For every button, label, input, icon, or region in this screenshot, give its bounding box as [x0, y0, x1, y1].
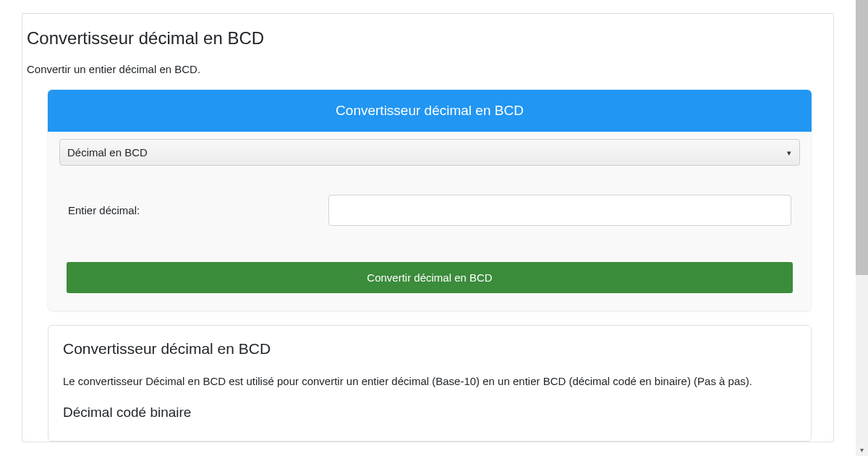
decimal-input[interactable]: [328, 195, 791, 226]
page-subtitle: Convertir un entier décimal en BCD.: [22, 63, 833, 75]
convert-button[interactable]: Convertir décimal en BCD: [67, 262, 793, 293]
info-description: Le convertisseur Décimal en BCD est util…: [63, 373, 796, 390]
input-row: Entier décimal:: [59, 195, 800, 226]
mode-select[interactable]: Décimal en BCD: [59, 139, 800, 166]
mode-select-wrapper: Décimal en BCD ▾: [59, 139, 800, 166]
scrollbar-thumb[interactable]: [856, 0, 868, 275]
scrollbar-track[interactable]: ▴ ▾: [856, 0, 868, 442]
converter-card: Convertisseur décimal en BCD Décimal en …: [48, 90, 812, 311]
card-header: Convertisseur décimal en BCD: [48, 90, 812, 132]
input-label: Entier décimal:: [68, 204, 328, 216]
info-title: Convertisseur décimal en BCD: [63, 340, 796, 358]
info-card: Convertisseur décimal en BCD Le converti…: [48, 325, 812, 442]
input-wrap: [328, 195, 791, 226]
info-subtitle: Décimal codé binaire: [63, 405, 796, 421]
page-title: Convertisseur décimal en BCD: [22, 28, 833, 48]
card-body: Décimal en BCD ▾ Entier décimal: Convert…: [48, 132, 812, 311]
